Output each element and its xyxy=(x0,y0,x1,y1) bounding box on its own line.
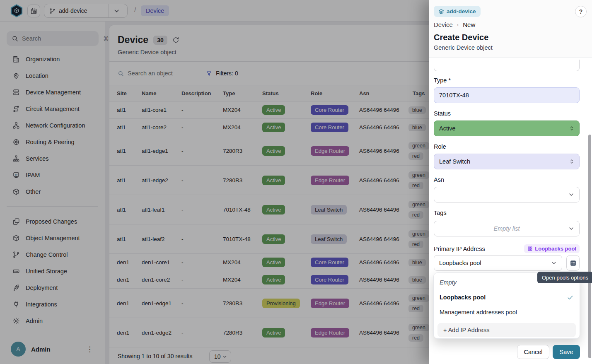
branch-badge: add-device xyxy=(434,6,481,17)
status-label: Status xyxy=(434,110,580,117)
branch-badge-label: add-device xyxy=(447,8,476,14)
role-value: Leaf Switch xyxy=(439,158,470,165)
chevron-down-icon xyxy=(551,260,557,266)
chevron-right-icon: › xyxy=(457,22,459,28)
layers-icon xyxy=(438,9,444,14)
asn-label: Asn xyxy=(434,176,580,183)
check-icon xyxy=(567,294,574,301)
breadcrumb-parent[interactable]: Device xyxy=(434,21,453,28)
app: add-device / Device ⌘K OrganizationLocat… xyxy=(0,0,592,364)
type-value: 7010TX-48 xyxy=(439,92,469,99)
chevron-updown-icon xyxy=(569,125,575,131)
role-label: Role xyxy=(434,143,580,150)
tooltip: Open pools options xyxy=(537,272,592,283)
help-button[interactable]: ? xyxy=(575,6,587,17)
dropdown-item-label: Loopbacks pool xyxy=(440,294,567,301)
chevron-down-icon xyxy=(568,191,575,198)
tags-select[interactable]: Empty list xyxy=(434,221,580,236)
cancel-button[interactable]: Cancel xyxy=(517,345,549,359)
dropdown-item-loopbacks-pool[interactable]: Loopbacks pool xyxy=(434,290,580,305)
tags-placeholder: Empty list xyxy=(439,225,574,232)
status-value: Active xyxy=(439,125,456,132)
dropdown-item-label: Management addresses pool xyxy=(440,309,574,316)
asn-select[interactable] xyxy=(434,187,580,202)
breadcrumb-current: New xyxy=(463,21,475,28)
drawer-title: Create Device xyxy=(434,33,488,42)
type-label: Type * xyxy=(434,77,580,84)
save-button[interactable]: Save xyxy=(553,345,580,359)
type-input[interactable]: 7010TX-48 xyxy=(434,87,580,103)
open-pools-options-button[interactable] xyxy=(566,255,580,271)
drawer-scrollbar[interactable] xyxy=(588,135,591,358)
drawer-breadcrumb: Device › New xyxy=(434,21,475,28)
create-device-drawer: add-device ? Device › New Create Device … xyxy=(429,0,592,364)
primary-ip-label: Primary IP Address xyxy=(434,246,485,252)
chevron-down-icon xyxy=(568,225,575,232)
table-list-icon xyxy=(569,259,577,267)
drawer-footer: Cancel Save xyxy=(429,342,592,364)
grid-icon xyxy=(527,246,533,251)
primary-ip-value: Loopbacks pool xyxy=(439,260,481,266)
add-ip-address-button[interactable]: + Add IP Address xyxy=(437,323,576,337)
pool-badge-label: Loopbacks pool xyxy=(535,246,576,252)
drawer-header: add-device ? Device › New Create Device … xyxy=(429,0,592,58)
pool-badge[interactable]: Loopbacks pool xyxy=(524,244,580,253)
dropdown-item-management-addresses-pool[interactable]: Management addresses pool xyxy=(434,305,580,320)
role-select[interactable]: Leaf Switch xyxy=(434,154,580,169)
tags-label: Tags xyxy=(434,210,580,216)
chevron-updown-icon xyxy=(569,159,575,164)
clipped-field[interactable] xyxy=(434,60,580,71)
drawer-subtitle: Generic Device object xyxy=(434,44,493,51)
create-device-form: Type * 7010TX-48 Status Active Role Leaf… xyxy=(434,58,580,271)
status-select[interactable]: Active xyxy=(434,121,580,136)
primary-ip-select[interactable]: Loopbacks pool xyxy=(434,255,562,271)
